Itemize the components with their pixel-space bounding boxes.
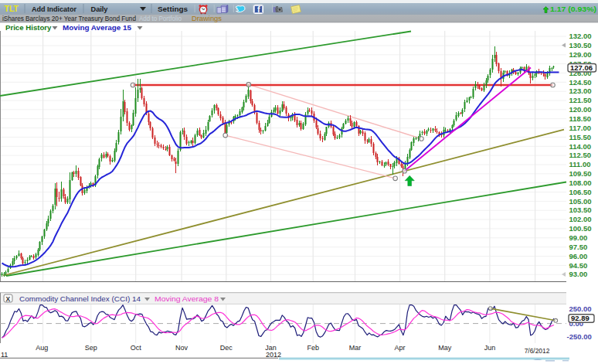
svg-text:f: f bbox=[257, 5, 260, 14]
svg-text:103.50: 103.50 bbox=[569, 206, 592, 214]
svg-text:Moving Average 15: Moving Average 15 bbox=[63, 23, 132, 32]
svg-text:Aug: Aug bbox=[36, 344, 48, 352]
svg-text:121.50: 121.50 bbox=[569, 96, 592, 104]
svg-text:117.00: 117.00 bbox=[569, 124, 592, 132]
svg-text:115.50: 115.50 bbox=[569, 133, 592, 141]
svg-text:106.50: 106.50 bbox=[569, 188, 592, 196]
svg-text:97.50: 97.50 bbox=[569, 243, 588, 251]
svg-text:Moving Average 8: Moving Average 8 bbox=[155, 294, 219, 303]
svg-text:130.50: 130.50 bbox=[569, 41, 592, 49]
svg-text:96.00: 96.00 bbox=[569, 252, 588, 260]
svg-text:109.50: 109.50 bbox=[569, 169, 592, 178]
svg-text:Add Indicator: Add Indicator bbox=[32, 5, 76, 13]
svg-text:120.00: 120.00 bbox=[569, 105, 592, 114]
svg-text:TLT: TLT bbox=[5, 4, 19, 13]
svg-text:Nov: Nov bbox=[175, 344, 189, 352]
svg-text:Commodity Channel Index (CCI): Commodity Channel Index (CCI) 14 bbox=[19, 294, 141, 303]
svg-text:Mar: Mar bbox=[349, 344, 362, 352]
svg-text:X: X bbox=[6, 295, 11, 303]
svg-text:111.00: 111.00 bbox=[569, 160, 591, 168]
svg-text:123.00: 123.00 bbox=[569, 87, 592, 95]
svg-text:Daily: Daily bbox=[91, 5, 109, 13]
svg-text:2012: 2012 bbox=[266, 351, 281, 359]
svg-text:Oct: Oct bbox=[131, 344, 142, 352]
svg-text:250.00: 250.00 bbox=[569, 304, 592, 313]
svg-text:102.00: 102.00 bbox=[569, 215, 592, 223]
svg-text:11: 11 bbox=[1, 351, 8, 359]
svg-text:127.06: 127.06 bbox=[570, 63, 593, 72]
svg-text:92.89: 92.89 bbox=[571, 314, 590, 322]
svg-text:94.50: 94.50 bbox=[569, 261, 588, 270]
svg-text:132.00: 132.00 bbox=[569, 32, 592, 40]
svg-text:99.00: 99.00 bbox=[569, 233, 588, 242]
svg-text:Price History: Price History bbox=[5, 23, 52, 32]
svg-text:118.50: 118.50 bbox=[569, 114, 592, 123]
svg-text:1.17 (0.93%): 1.17 (0.93%) bbox=[550, 5, 596, 13]
svg-text:Jan: Jan bbox=[265, 344, 277, 352]
svg-text:129.00: 129.00 bbox=[569, 50, 592, 59]
svg-text:Sep: Sep bbox=[85, 344, 97, 352]
svg-text:Jun: Jun bbox=[484, 344, 496, 352]
svg-text:108.00: 108.00 bbox=[569, 179, 592, 187]
svg-text:-250.00: -250.00 bbox=[567, 332, 592, 341]
svg-text:112.50: 112.50 bbox=[569, 151, 592, 159]
svg-text:iShares Barclays 20+ Year Trea: iShares Barclays 20+ Year Treasury Bond … bbox=[2, 15, 136, 22]
svg-text:124.50: 124.50 bbox=[569, 78, 592, 87]
svg-text:May: May bbox=[438, 344, 452, 352]
svg-text:Feb: Feb bbox=[307, 344, 319, 352]
svg-text:7/6/2012: 7/6/2012 bbox=[525, 347, 550, 355]
svg-text:93.00: 93.00 bbox=[569, 270, 588, 278]
svg-text:Settings: Settings bbox=[158, 5, 188, 13]
svg-text:100.50: 100.50 bbox=[569, 224, 592, 233]
svg-text:105.00: 105.00 bbox=[569, 197, 592, 206]
svg-text:114.00: 114.00 bbox=[569, 142, 592, 151]
svg-text:Dec: Dec bbox=[220, 344, 233, 352]
svg-text:Add to Portfolio: Add to Portfolio bbox=[139, 15, 182, 22]
svg-text:Drawings: Drawings bbox=[192, 15, 222, 22]
svg-text:Apr: Apr bbox=[395, 344, 406, 352]
